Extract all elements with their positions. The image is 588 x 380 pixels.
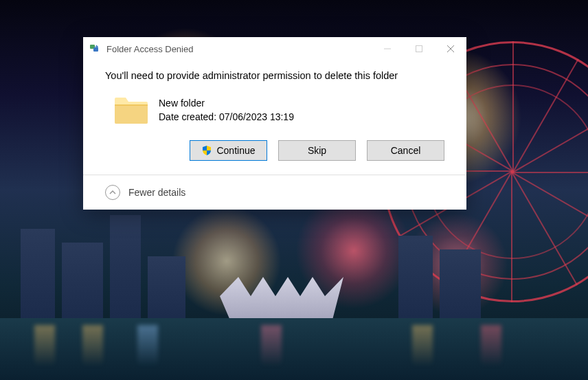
continue-label: Continue bbox=[216, 145, 255, 156]
uac-shield-icon bbox=[201, 145, 212, 156]
continue-button[interactable]: Continue bbox=[190, 140, 267, 161]
skip-label: Skip bbox=[308, 145, 326, 156]
folder-info: New folder Date created: 07/06/2023 13:1… bbox=[159, 96, 294, 124]
svg-rect-3 bbox=[416, 46, 422, 52]
svg-rect-1 bbox=[93, 47, 98, 52]
folder-item-row: New folder Date created: 07/06/2023 13:1… bbox=[105, 93, 444, 126]
minimize-button[interactable] bbox=[372, 37, 403, 60]
close-button[interactable] bbox=[435, 37, 466, 60]
fewer-details-link[interactable]: Fewer details bbox=[128, 187, 185, 198]
window-controls bbox=[372, 37, 466, 60]
dialog-title: Folder Access Denied bbox=[106, 44, 372, 54]
skip-button[interactable]: Skip bbox=[278, 140, 356, 161]
permission-message: You'll need to provide administrator per… bbox=[105, 70, 444, 81]
folder-name: New folder bbox=[159, 96, 294, 110]
folder-icon bbox=[112, 93, 150, 126]
button-row: Continue Skip Cancel bbox=[105, 140, 444, 161]
chevron-up-icon[interactable] bbox=[105, 185, 120, 200]
cancel-button[interactable]: Cancel bbox=[367, 140, 444, 161]
folder-access-denied-dialog: Folder Access Denied You'll need to prov… bbox=[83, 37, 466, 210]
dialog-footer: Fewer details bbox=[83, 175, 466, 210]
dialog-content: You'll need to provide administrator per… bbox=[83, 60, 466, 175]
cancel-label: Cancel bbox=[391, 145, 421, 156]
titlebar[interactable]: Folder Access Denied bbox=[83, 37, 466, 60]
folder-date-created: Date created: 07/06/2023 13:19 bbox=[159, 110, 294, 124]
app-icon bbox=[90, 43, 101, 54]
maximize-button[interactable] bbox=[403, 37, 435, 60]
